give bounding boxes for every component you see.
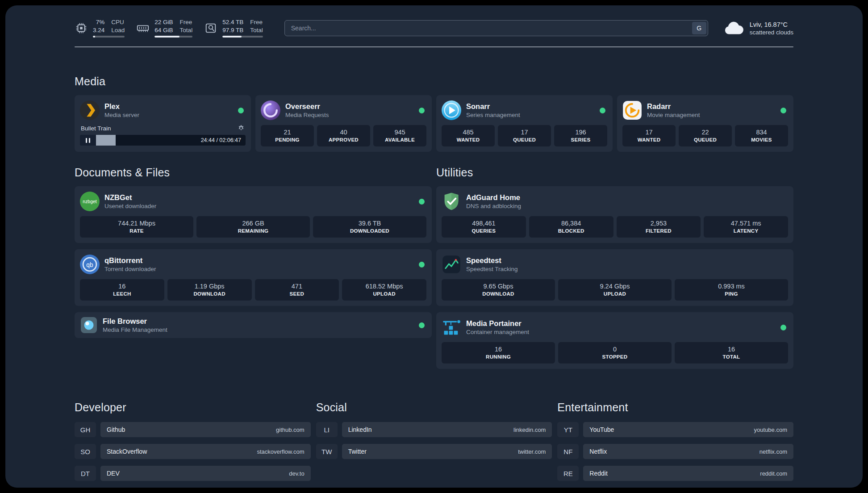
search-input[interactable]	[284, 20, 708, 36]
qbittorrent-stat-leech: 16 LEECH	[80, 279, 164, 301]
filebrowser-card-header[interactable]: File Browser Media File Management	[80, 316, 426, 334]
bookmark-netflix[interactable]: NF Netflix netflix.com	[557, 444, 793, 459]
disk-total-value: 97.9 TB	[222, 27, 243, 34]
disk-free-label: Free	[250, 19, 263, 26]
bookmark-url: github.com	[276, 426, 305, 433]
portainer-name: Media Portainer	[466, 319, 529, 328]
sonarr-card-header[interactable]: Sonarr Series management	[442, 100, 607, 120]
speedtest-card: Speedtest Speedtest Tracking 9.65 Gbps D…	[436, 249, 793, 306]
nzbget-stat-remaining: 266 GB REMAINING	[196, 216, 310, 238]
bookmark-url: youtube.com	[754, 426, 787, 433]
speedtest-icon	[442, 255, 461, 274]
radarr-stat-queued: 22 QUEUED	[679, 125, 732, 146]
adguard-name: AdGuard Home	[466, 193, 521, 202]
speedtest-stat-upload: 9.24 Gbps UPLOAD	[558, 279, 672, 301]
radarr-stat-movies: 834 MOVIES	[735, 125, 788, 146]
qbittorrent-stat-download: 1.19 Gbps DOWNLOAD	[167, 279, 252, 301]
disk-icon	[204, 21, 217, 35]
qbittorrent-name: qBittorrent	[104, 256, 156, 265]
filebrowser-subtitle: Media File Management	[103, 326, 167, 333]
plex-card: Plex Media server Bullet Train	[75, 95, 251, 152]
nzbget-icon: nzbget	[80, 192, 100, 211]
memory-meter	[154, 36, 192, 38]
bookmark-name: Netflix	[589, 448, 607, 455]
adguard-icon	[442, 192, 461, 211]
memory-free-value: 22 GiB	[154, 19, 173, 26]
bookmarks-developer: Developer GH Github github.com SO StackO…	[75, 401, 311, 481]
portainer-card-header[interactable]: Media Portainer Container management	[442, 318, 788, 337]
bookmark-name: Reddit	[589, 470, 607, 477]
bookmark-reddit[interactable]: RE Reddit reddit.com	[557, 466, 793, 481]
sonarr-stat-series: 196 SERIES	[554, 125, 607, 146]
bookmark-url: dev.to	[289, 470, 304, 477]
cpu-icon	[75, 21, 88, 35]
social-heading: Social	[316, 401, 552, 414]
overseerr-status-dot	[419, 108, 425, 113]
filebrowser-name: File Browser	[103, 317, 167, 326]
disk-widget: 52.4 TB Free 97.9 TB Total	[204, 19, 263, 38]
nzbget-stat-rate: 744.21 Mbps RATE	[80, 216, 193, 238]
sonarr-stat-queued: 17 QUEUED	[498, 125, 551, 146]
bookmark-name: DEV	[107, 470, 120, 477]
pause-button[interactable]	[80, 135, 96, 146]
dashboard-panel: 7% CPU 3.24 Load 22 GiB Free 64 GiB T	[5, 5, 863, 488]
adguard-card-header[interactable]: AdGuard Home DNS and adblocking	[442, 192, 788, 211]
bookmark-github[interactable]: GH Github github.com	[75, 422, 311, 437]
plex-subtitle: Media server	[104, 112, 139, 118]
radarr-stat-wanted: 17 WANTED	[622, 125, 676, 146]
qbittorrent-card-header[interactable]: qb qBittorrent Torrent downloader	[80, 255, 426, 274]
utilities-heading: Utilities	[436, 166, 793, 179]
media-heading: Media	[75, 75, 793, 88]
svg-text:nzbget: nzbget	[83, 199, 96, 204]
disk-total-label: Total	[250, 27, 263, 34]
plex-card-header[interactable]: Plex Media server	[80, 100, 246, 120]
overseerr-name: Overseerr	[285, 102, 329, 111]
nzbget-name: NZBGet	[104, 193, 156, 202]
bookmark-linkedin[interactable]: LI LinkedIn linkedin.com	[316, 422, 552, 437]
sonarr-status-dot	[600, 108, 605, 113]
nzbget-subtitle: Usenet downloader	[104, 203, 156, 209]
bookmark-stackoverflow[interactable]: SO StackOverflow stackoverflow.com	[75, 444, 311, 459]
qbittorrent-subtitle: Torrent downloader	[104, 266, 156, 272]
sonarr-icon	[442, 100, 461, 120]
bookmarks-social: Social LI LinkedIn linkedin.com TW Twitt…	[316, 401, 552, 481]
bookmark-abbr: DT	[75, 466, 96, 481]
bookmark-youtube[interactable]: YT YouTube youtube.com	[557, 422, 793, 437]
cpu-widget: 7% CPU 3.24 Load	[75, 19, 125, 38]
developer-heading: Developer	[75, 401, 311, 414]
weather-condition: scattered clouds	[750, 29, 793, 36]
portainer-status-dot	[780, 325, 786, 330]
overseerr-card-header[interactable]: Overseerr Media Requests	[261, 100, 426, 120]
bookmark-dev[interactable]: DT DEV dev.to	[75, 466, 311, 481]
overseerr-subtitle: Media Requests	[285, 112, 329, 118]
sonarr-stat-wanted: 485 WANTED	[442, 125, 495, 146]
plex-progress-track	[96, 135, 197, 146]
speedtest-card-header[interactable]: Speedtest Speedtest Tracking	[442, 255, 788, 274]
nzbget-card-header[interactable]: nzbget NZBGet Usenet downloader	[80, 192, 426, 211]
documents-heading: Documents & Files	[75, 166, 432, 179]
filebrowser-icon	[80, 316, 98, 334]
section-utilities: Utilities AdGuard Home DNS and adblockin…	[436, 166, 793, 369]
cpu-load-value: 3.24	[93, 27, 104, 34]
sonarr-name: Sonarr	[466, 102, 520, 111]
qbittorrent-stat-seed: 471 SEED	[255, 279, 339, 301]
adguard-stat-queries: 498,461 QUERIES	[442, 216, 526, 238]
portainer-card: Media Portainer Container management 16 …	[436, 312, 793, 369]
bookmark-url: reddit.com	[760, 470, 787, 477]
bookmark-name: StackOverflow	[107, 448, 147, 455]
memory-free-label: Free	[180, 19, 192, 26]
qbittorrent-icon: qb	[80, 255, 100, 274]
bookmark-twitter[interactable]: TW Twitter twitter.com	[316, 444, 552, 459]
speedtest-stat-ping: 0.993 ms PING	[675, 279, 788, 301]
sonarr-card: Sonarr Series management 485 WANTED 17 Q…	[436, 95, 613, 152]
cpu-load-label: Load	[111, 27, 125, 34]
bookmark-name: Twitter	[348, 448, 367, 455]
memory-icon	[136, 21, 150, 35]
overseerr-stat-available: 945 AVAILABLE	[373, 125, 426, 146]
search-provider-button[interactable]: G	[692, 22, 706, 34]
gear-icon[interactable]	[238, 125, 245, 132]
radarr-card-header[interactable]: Radarr Movie management	[622, 100, 788, 120]
adguard-card: AdGuard Home DNS and adblocking 498,461 …	[436, 186, 793, 243]
bookmark-url: netflix.com	[760, 448, 787, 455]
adguard-stat-filtered: 2,953 FILTERED	[617, 216, 701, 238]
